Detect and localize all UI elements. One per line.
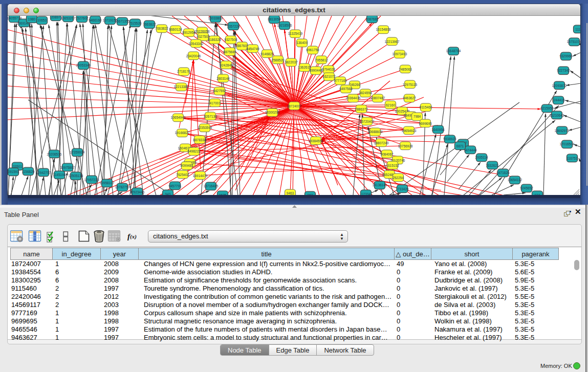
- svg-text:16210643: 16210643: [550, 114, 564, 117]
- svg-text:116753: 116753: [567, 157, 578, 160]
- svg-text:9227342: 9227342: [557, 69, 570, 72]
- svg-text:8454749: 8454749: [246, 47, 259, 51]
- svg-text:16782759: 16782759: [115, 185, 130, 189]
- svg-text:9084067: 9084067: [380, 152, 394, 156]
- svg-text:2935114: 2935114: [475, 156, 488, 159]
- svg-text:391591: 391591: [8, 170, 19, 173]
- svg-text:8186328: 8186328: [208, 38, 221, 41]
- svg-text:18807249: 18807249: [374, 141, 389, 145]
- svg-text:17957223: 17957223: [84, 178, 99, 182]
- svg-text:16914479: 16914479: [193, 174, 208, 178]
- svg-text:15716485: 15716485: [204, 184, 219, 188]
- svg-text:16154808: 16154808: [376, 28, 391, 31]
- svg-text:6794028: 6794028: [322, 68, 335, 71]
- svg-text:8427552: 8427552: [213, 89, 226, 93]
- svg-text:1733426: 1733426: [396, 187, 409, 191]
- svg-text:8267130: 8267130: [204, 115, 217, 118]
- svg-text:1117: 1117: [575, 28, 580, 31]
- svg-text:16033809: 16033809: [208, 16, 223, 20]
- svg-text:(x): (x): [130, 233, 137, 240]
- svg-text:12942757: 12942757: [36, 171, 51, 174]
- svg-text:9146821: 9146821: [260, 52, 274, 56]
- svg-text:3824554: 3824554: [359, 91, 372, 95]
- svg-text:19166827: 19166827: [175, 131, 190, 135]
- svg-text:10543342: 10543342: [189, 42, 204, 46]
- svg-text:12923446: 12923446: [130, 190, 145, 194]
- svg-text:7515526: 7515526: [128, 21, 142, 25]
- svg-text:9457791: 9457791: [168, 184, 182, 188]
- svg-text:7955812: 7955812: [315, 58, 328, 62]
- svg-text:20206536: 20206536: [47, 152, 62, 156]
- svg-text:7485063: 7485063: [399, 68, 412, 71]
- svg-text:16671355: 16671355: [115, 19, 130, 23]
- svg-text:7886372: 7886372: [355, 107, 368, 111]
- svg-text:11325419: 11325419: [288, 32, 303, 35]
- svg-text:3822037: 3822037: [285, 60, 298, 64]
- svg-text:5938923: 5938923: [443, 137, 456, 141]
- svg-text:7663822: 7663822: [143, 23, 156, 26]
- svg-text:1621072: 1621072: [322, 75, 336, 78]
- svg-text:7357224: 7357224: [227, 25, 240, 28]
- svg-text:2588520: 2588520: [271, 58, 285, 62]
- svg-text:20364436: 20364436: [346, 96, 361, 100]
- svg-text:15720407: 15720407: [360, 120, 375, 123]
- svg-text:23420046: 23420046: [186, 54, 201, 58]
- svg-text:12093872: 12093872: [552, 84, 567, 87]
- svg-text:10756928: 10756928: [398, 144, 413, 148]
- svg-text:1640954: 1640954: [431, 128, 445, 132]
- svg-text:2087682: 2087682: [365, 17, 379, 21]
- svg-text:8471626: 8471626: [496, 171, 510, 174]
- svg-text:19654923: 19654923: [402, 129, 417, 133]
- svg-text:12975115: 12975115: [403, 83, 418, 86]
- svg-text:20897: 20897: [51, 16, 60, 19]
- svg-text:15692971: 15692971: [555, 129, 570, 133]
- svg-text:8990448: 8990448: [309, 69, 322, 72]
- svg-text:1156829: 1156829: [22, 170, 35, 173]
- svg-text:9099487: 9099487: [180, 164, 193, 167]
- svg-text:17016504: 17016504: [560, 142, 575, 146]
- svg-text:19218506: 19218506: [277, 24, 292, 27]
- svg-text:62160: 62160: [386, 103, 395, 107]
- svg-text:30975867: 30975867: [60, 166, 75, 169]
- svg-text:1145194: 1145194: [53, 173, 66, 177]
- svg-text:417001: 417001: [209, 101, 221, 105]
- svg-text:12213967: 12213967: [385, 40, 400, 43]
- svg-text:8912954: 8912954: [182, 31, 195, 34]
- svg-text:8813054: 8813054: [268, 17, 281, 21]
- svg-text:5498222: 5498222: [187, 149, 201, 153]
- svg-text:10958107: 10958107: [100, 181, 115, 185]
- svg-text:16648784: 16648784: [446, 49, 461, 53]
- svg-text:10688609: 10688609: [368, 130, 383, 134]
- svg-text:6497568: 6497568: [339, 87, 353, 91]
- svg-text:9463: 9463: [287, 191, 294, 195]
- svg-text:7663822: 7663822: [155, 27, 168, 30]
- svg-text:1244415: 1244415: [552, 98, 565, 102]
- svg-text:9245652: 9245652: [520, 186, 533, 190]
- svg-text:10654112: 10654112: [508, 178, 522, 182]
- svg-text:12353594: 12353594: [198, 126, 212, 129]
- svg-text:6871: 6871: [456, 144, 464, 148]
- svg-text:9463627: 9463627: [403, 96, 416, 100]
- svg-text:19384554: 19384554: [309, 139, 323, 143]
- svg-text:2803144: 2803144: [216, 77, 230, 80]
- svg-text:252254: 252254: [393, 176, 404, 180]
- svg-text:9329966: 9329966: [559, 54, 573, 58]
- svg-text:17359924: 17359924: [70, 150, 85, 154]
- svg-text:1980: 1980: [28, 17, 36, 21]
- svg-text:8660124: 8660124: [169, 28, 182, 31]
- svg-text:9474444: 9474444: [464, 148, 477, 152]
- svg-text:15751074: 15751074: [567, 40, 580, 43]
- svg-text:136409: 136409: [296, 41, 308, 45]
- svg-text:1615152: 1615152: [386, 164, 399, 167]
- svg-text:12213389: 12213389: [174, 85, 189, 89]
- svg-text:6466160: 6466160: [89, 18, 102, 22]
- svg-text:2718176: 2718176: [177, 70, 190, 73]
- svg-text:9242848: 9242848: [220, 63, 233, 67]
- svg-text:12505135: 12505135: [69, 174, 83, 178]
- svg-text:7625402: 7625402: [176, 173, 189, 177]
- svg-text:9777169: 9777169: [334, 79, 347, 82]
- svg-text:14136141: 14136141: [373, 183, 387, 187]
- svg-text:10653: 10653: [37, 18, 47, 22]
- svg-text:8875685: 8875685: [223, 50, 236, 54]
- svg-text:10653267: 10653267: [61, 16, 76, 20]
